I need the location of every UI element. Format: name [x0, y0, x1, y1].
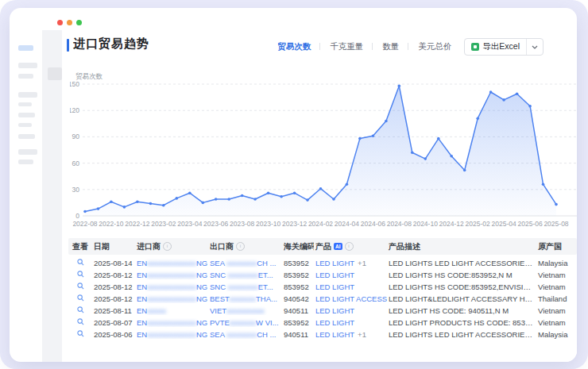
importer-link[interactable]: ENxxxxxxxxxxxxxNG L...: [137, 283, 208, 291]
svg-text:2025-02: 2025-02: [466, 220, 490, 228]
view-cell: [68, 330, 92, 339]
svg-text:0: 0: [75, 212, 79, 220]
exporter-cell: SEA xxxxxxxxCH ...: [208, 330, 282, 339]
search-icon: [77, 283, 84, 290]
hs-code-cell: 853952: [282, 271, 314, 279]
importer-link[interactable]: ENxxxxxxxxxxxxxNG L...: [137, 294, 208, 303]
column-label: 日期: [94, 241, 110, 252]
product-link[interactable]: LED LIGHT: [315, 318, 354, 327]
description-cell: LED LIGHTS HS CODE:853952,ENVISIONLED: [387, 281, 536, 293]
tab-usd-total[interactable]: 美元总价: [418, 41, 451, 52]
hs-code-cell: 853952: [282, 318, 314, 327]
minimize-button[interactable]: [67, 20, 72, 25]
svg-text:2024-06: 2024-06: [361, 220, 385, 228]
origin-cell: Thailand: [536, 294, 577, 303]
sidebar-skeleton-bar: [18, 149, 37, 155]
importer-link[interactable]: ENxxxxxxxxxxxxxNG L...: [137, 271, 208, 279]
info-icon[interactable]: i: [345, 242, 354, 251]
product-link[interactable]: LED LIGHT ACCESSORY: [315, 294, 387, 303]
importer-link[interactable]: ENxxxxxxxxxxxxxNG L...: [137, 259, 208, 267]
svg-text:2024-08: 2024-08: [387, 220, 412, 228]
view-details-button[interactable]: [77, 271, 84, 279]
view-details-button[interactable]: [77, 294, 84, 303]
text-blurred: xxxxxxxx: [226, 259, 257, 267]
importer-cell: ENxxxxxxxxxxxxxNG L...: [135, 294, 208, 303]
tab-quantity[interactable]: 数量: [382, 41, 399, 52]
origin-cell: Vietnam: [536, 271, 577, 279]
tab-weight-kg[interactable]: 千克重量: [330, 41, 363, 52]
text-blurred: xxxxxxxx: [226, 330, 257, 339]
date-cell: 2025-08-07: [92, 318, 135, 327]
svg-text:2024-12: 2024-12: [439, 220, 464, 228]
view-details-button[interactable]: [77, 259, 84, 267]
product-link[interactable]: LED LIGHT: [315, 259, 354, 267]
exporter-link[interactable]: BESTxxxxxxxTHA...: [210, 294, 277, 303]
info-icon[interactable]: i: [163, 242, 172, 251]
importer-cell: ENxxxxxxxxxxxxxNG L...: [135, 318, 208, 327]
main-panel: 进口贸易趋势 贸易次数千克重量数量美元总价 导出Excel 贸易次数: [62, 30, 577, 362]
text-visible: NG L...: [196, 271, 208, 279]
view-details-button[interactable]: [77, 318, 84, 327]
exporter-link[interactable]: SEA xxxxxxxxCH ...: [210, 330, 276, 339]
sidebar-skeleton-bar: [18, 160, 33, 164]
text-visible: SNC: [210, 283, 228, 291]
view-cell: [68, 259, 92, 267]
product-link[interactable]: LED LIGHT: [315, 306, 354, 315]
ai-badge: AI: [334, 243, 342, 250]
text-visible: EN: [137, 283, 147, 291]
text-visible: PVTE: [210, 318, 230, 327]
exporter-link[interactable]: PVTExxxxxxxW VI...: [210, 318, 279, 327]
view-details-button[interactable]: [77, 330, 84, 339]
view-details-button[interactable]: [77, 306, 84, 315]
tab-trade-count[interactable]: 贸易次数: [277, 41, 311, 52]
product-cell: LED LIGHT: [314, 283, 387, 291]
export-dropdown-button[interactable]: [526, 39, 543, 55]
description-cell: LED LIGHTS LED LIGHT ACCESSORIES,ENVISIO…: [387, 257, 536, 269]
description-cell: LED LIGHTS LED LIGHT ACCESSORIES THIS SH…: [387, 329, 536, 340]
table-row: 2025-08-12ENxxxxxxxxxxxxxNG L...SNC xxxx…: [68, 269, 577, 281]
title-accent-bar: [67, 39, 69, 52]
text-blurred: xxxxxxxxxx: [226, 306, 265, 315]
close-button[interactable]: [57, 20, 63, 25]
exporter-link[interactable]: SNC xxxxxxxxET...: [210, 283, 273, 291]
text-blurred: xxxxx: [147, 306, 166, 315]
importer-link[interactable]: ENxxxxxxxxxxxxxNG L...: [137, 318, 208, 327]
view-cell: [68, 306, 92, 315]
exporter-cell: BESTxxxxxxxTHA...: [208, 294, 282, 303]
origin-cell: Malaysia: [536, 330, 577, 339]
table-row: 2025-08-14ENxxxxxxxxxxxxxNG L...SEA xxxx…: [68, 257, 577, 269]
text-visible: NG L...: [196, 283, 208, 291]
col-origin: 原产国: [536, 241, 577, 252]
exporter-link[interactable]: SEA xxxxxxxxCH ...: [210, 259, 276, 267]
svg-text:2023-02: 2023-02: [151, 220, 176, 228]
exporter-link[interactable]: SNC xxxxxxxxET...: [210, 271, 273, 279]
importer-link[interactable]: ENxxxxx: [137, 306, 166, 315]
info-icon[interactable]: i: [236, 242, 245, 251]
text-visible: VIET: [210, 306, 226, 315]
exporter-link[interactable]: VIETxxxxxxxxxx: [210, 306, 265, 315]
col-importer: 进口商i: [135, 241, 208, 252]
search-icon: [77, 306, 84, 313]
search-icon: [77, 318, 84, 325]
importer-link[interactable]: ENxxxxxxxxxxxxxNG L...: [137, 330, 208, 339]
browser-window: 进口贸易趋势 贸易次数千克重量数量美元总价 导出Excel 贸易次数: [10, 8, 577, 362]
exporter-cell: VIETxxxxxxxxxx: [208, 306, 282, 315]
view-cell: [68, 294, 92, 303]
excel-icon: [471, 43, 479, 51]
product-link[interactable]: LED LIGHT: [315, 271, 354, 279]
export-excel-button[interactable]: 导出Excel: [465, 39, 526, 55]
zoom-button[interactable]: [76, 20, 82, 25]
product-extra-count: +1: [358, 259, 366, 267]
product-cell: LED LIGHT+1: [314, 330, 387, 339]
text-visible: NG L...: [196, 330, 208, 339]
table-header-row: 查看日期进口商i出口商i海关编码产品AIi产品描述原产国: [68, 238, 577, 255]
product-link[interactable]: LED LIGHT: [315, 283, 354, 291]
sidebar-skeleton-bar: [18, 134, 35, 139]
product-link[interactable]: LED LIGHT: [315, 330, 354, 339]
svg-text:90: 90: [72, 133, 80, 140]
description-cell: LED LIGHT HS CODE: 940511,N M: [387, 305, 536, 317]
view-details-button[interactable]: [77, 283, 84, 291]
importer-cell: ENxxxxxxxxxxxxxNG L...: [135, 271, 208, 279]
svg-text:2025-06: 2025-06: [517, 220, 542, 228]
search-icon: [77, 330, 84, 337]
